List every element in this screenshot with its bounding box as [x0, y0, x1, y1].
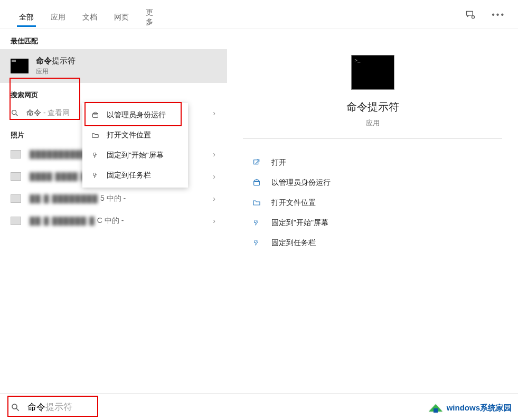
- folder-icon: [252, 199, 262, 207]
- tab-web[interactable]: 网页: [106, 8, 137, 26]
- action-pin-to-start[interactable]: 固定到"开始"屏幕: [248, 213, 497, 233]
- results-panel: 最佳匹配 命令提示符 应用 搜索网页 命令 - 查看网 › 照片 ███████…: [0, 29, 227, 394]
- tab-docs[interactable]: 文档: [74, 8, 106, 26]
- photo-result-3[interactable]: ██ █ ██████ █ C 中的 - ›: [0, 210, 227, 232]
- detail-app-subtitle: 应用: [243, 118, 502, 128]
- pin-taskbar-icon: [252, 239, 262, 247]
- svg-point-6: [12, 404, 17, 409]
- photo-thumb-icon: [11, 194, 21, 203]
- pin-icon: [91, 152, 99, 160]
- section-best-match-label: 最佳匹配: [0, 29, 227, 49]
- svg-line-2: [16, 114, 17, 116]
- chevron-right-icon: ›: [213, 172, 215, 181]
- chevron-right-icon: ›: [213, 217, 215, 225]
- svg-line-7: [16, 408, 19, 411]
- section-search-web-label: 搜索网页: [0, 83, 227, 103]
- feedback-icon[interactable]: [465, 10, 476, 20]
- photo-result-2[interactable]: ██ █ ████████ 5 中的 - ›: [0, 188, 227, 210]
- tab-apps[interactable]: 应用: [42, 8, 74, 26]
- action-open[interactable]: 打开: [248, 153, 497, 173]
- shield-icon: [252, 179, 262, 187]
- svg-point-0: [472, 16, 475, 18]
- open-icon: [252, 158, 262, 167]
- folder-icon: [91, 132, 99, 139]
- pin-icon: [252, 219, 262, 227]
- chevron-right-icon: ›: [213, 194, 215, 203]
- detail-panel: 命令提示符 应用 打开 以管理员身份运行 打开文件位置: [227, 29, 518, 394]
- best-match-title: 命令提示符: [36, 56, 76, 66]
- shield-icon: [91, 111, 99, 119]
- photo-thumb-icon: [11, 172, 21, 181]
- tab-all[interactable]: 全部: [11, 8, 42, 26]
- more-options-icon[interactable]: •••: [492, 10, 505, 20]
- action-open-file-location[interactable]: 打开文件位置: [248, 193, 497, 213]
- ctx-pin-to-start[interactable]: 固定到"开始"屏幕: [82, 145, 188, 165]
- ctx-open-file-location[interactable]: 打开文件位置: [82, 125, 188, 145]
- svg-rect-8: [434, 408, 438, 413]
- svg-point-1: [12, 110, 16, 115]
- chevron-down-icon: ▾: [150, 20, 153, 25]
- best-match-item[interactable]: 命令提示符 应用: [0, 49, 227, 83]
- action-pin-to-taskbar[interactable]: 固定到任务栏: [248, 233, 497, 253]
- search-input[interactable]: 命令提示符: [27, 401, 72, 413]
- context-menu: 以管理员身份运行 打开文件位置 固定到"开始"屏幕 固定到任务栏: [82, 103, 188, 188]
- search-icon: [11, 109, 19, 117]
- tab-more[interactable]: 更多 ▾: [137, 4, 168, 31]
- chevron-right-icon: ›: [213, 109, 215, 117]
- chevron-right-icon: ›: [213, 150, 215, 158]
- search-tabs: 全部 应用 文档 网页 更多 ▾ •••: [0, 0, 518, 29]
- detail-app-title: 命令提示符: [243, 100, 502, 114]
- pin-taskbar-icon: [91, 172, 99, 180]
- photo-thumb-icon: [11, 217, 21, 225]
- cmd-icon: [11, 59, 29, 73]
- watermark: windows系统家园: [428, 401, 512, 415]
- ctx-run-as-admin[interactable]: 以管理员身份运行: [82, 105, 188, 125]
- photo-thumb-icon: [11, 150, 21, 158]
- ctx-pin-to-taskbar[interactable]: 固定到任务栏: [82, 165, 188, 185]
- action-run-as-admin[interactable]: 以管理员身份运行: [248, 173, 497, 193]
- search-icon: [11, 403, 20, 412]
- best-match-subtitle: 应用: [36, 67, 76, 76]
- app-icon-large: [352, 55, 394, 89]
